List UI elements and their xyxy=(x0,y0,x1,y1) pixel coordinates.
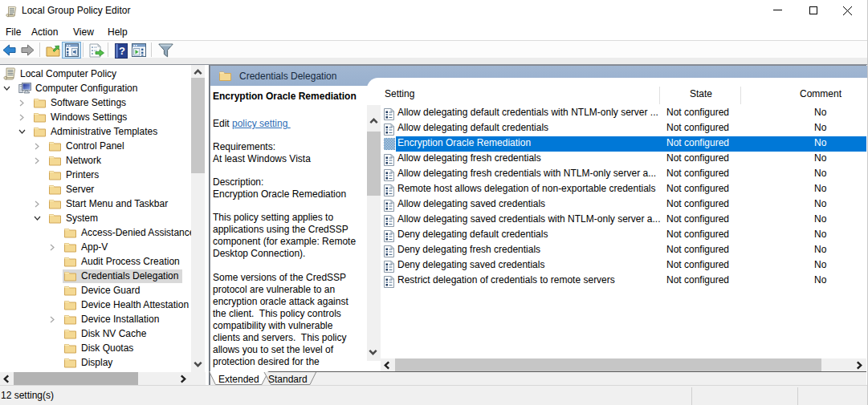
svg-text:?: ? xyxy=(119,45,125,57)
